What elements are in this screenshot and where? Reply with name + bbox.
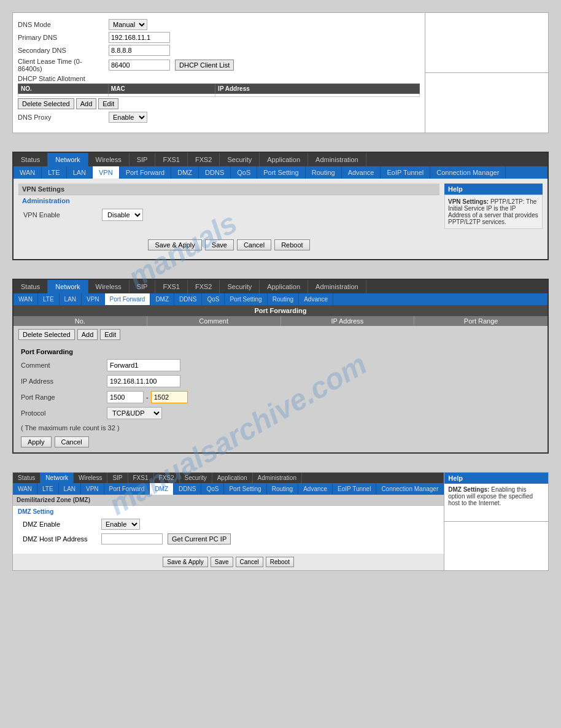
dmz-sub-advance[interactable]: Advance (298, 483, 333, 495)
dmz-tab-sip[interactable]: SIP (107, 473, 128, 483)
dmz-tab-security[interactable]: Security (180, 473, 212, 483)
dmz-sub-connmgr[interactable]: Connection Manager (376, 483, 444, 495)
dmz-host-input[interactable] (101, 533, 163, 544)
add-btn[interactable]: Add (76, 98, 97, 109)
sub-tab-portforward[interactable]: Port Forward (120, 166, 172, 179)
pf-sub-portforward[interactable]: Port Forward (105, 293, 151, 305)
pf-tab-fxs2[interactable]: FXS2 (188, 280, 220, 293)
dmz-sub-wan[interactable]: WAN (13, 483, 37, 495)
pf-tab-sip[interactable]: SIP (130, 280, 156, 293)
sub-tab-vpn[interactable]: VPN (93, 166, 120, 179)
pf-sub-portsetting[interactable]: Port Setting (225, 293, 267, 305)
sub-tab-ddns[interactable]: DDNS (199, 166, 231, 179)
delete-selected-btn[interactable]: Delete Selected (18, 98, 74, 109)
pf-sub-vpn[interactable]: VPN (82, 293, 105, 305)
pf-tab-wireless[interactable]: Wireless (88, 280, 130, 293)
sub-tab-eoip[interactable]: EoIP Tunnel (381, 166, 430, 179)
client-lease-input[interactable] (109, 60, 170, 71)
pf-protocol-select[interactable]: TCP&UDP TCP UDP (107, 407, 162, 419)
pf-delete-btn[interactable]: Delete Selected (18, 329, 75, 340)
vpn-enable-select[interactable]: Disable Enable (102, 209, 143, 221)
sub-tab-lte[interactable]: LTE (42, 166, 66, 179)
pf-sub-lte[interactable]: LTE (38, 293, 60, 305)
dmz-sub-eoip[interactable]: EoIP Tunnel (333, 483, 376, 495)
dmz-sub-portforward[interactable]: Port Forward (104, 483, 150, 495)
dmz-tab-administration[interactable]: Administration (253, 473, 302, 483)
dmz-tab-wireless[interactable]: Wireless (74, 473, 107, 483)
pf-apply-btn[interactable]: Apply (21, 436, 52, 447)
pf-tab-status[interactable]: Status (14, 280, 48, 293)
dmz-tab-fxs2[interactable]: FXS2 (154, 473, 180, 483)
dmz-help-heading: DMZ Settings: (448, 486, 489, 493)
dmz-cancel-btn[interactable]: Cancel (236, 557, 263, 567)
get-current-pc-btn[interactable]: Get Current PC IP (168, 533, 231, 544)
tab-security[interactable]: Security (220, 153, 260, 166)
dns-mode-select[interactable]: Manual (109, 19, 147, 30)
vpn-sub-tab-bar: WAN LTE LAN VPN Port Forward DMZ DDNS Qo… (14, 166, 547, 179)
dhcp-client-list-btn[interactable]: DHCP Client List (175, 60, 234, 71)
pf-port-start-input[interactable] (107, 391, 144, 403)
dmz-save-btn[interactable]: Save (211, 557, 233, 567)
pf-cancel-btn[interactable]: Cancel (55, 436, 89, 447)
dmz-tab-fxs1[interactable]: FXS1 (128, 473, 154, 483)
vpn-save-apply-btn[interactable]: Save & Apply (148, 239, 201, 250)
tab-administration[interactable]: Administration (308, 153, 366, 166)
dmz-tab-application[interactable]: Application (212, 473, 253, 483)
sub-tab-advance[interactable]: Advance (342, 166, 381, 179)
sub-tab-connmgr[interactable]: Connection Manager (430, 166, 506, 179)
pf-tab-security[interactable]: Security (220, 280, 260, 293)
tab-fxs2[interactable]: FXS2 (188, 153, 220, 166)
pf-form-title: Port Forwarding (21, 348, 73, 355)
pf-sub-ddns[interactable]: DDNS (174, 293, 202, 305)
pf-tab-network[interactable]: Network (48, 280, 88, 293)
pf-ip-row: IP Address (21, 375, 540, 387)
tab-sip[interactable]: SIP (130, 153, 156, 166)
pf-sub-qos[interactable]: QoS (202, 293, 225, 305)
tab-fxs1[interactable]: FXS1 (155, 153, 188, 166)
dmz-tab-status[interactable]: Status (13, 473, 41, 483)
sub-tab-routing[interactable]: Routing (306, 166, 342, 179)
dmz-sub-lte[interactable]: LTE (37, 483, 59, 495)
pf-add-btn[interactable]: Add (77, 329, 98, 340)
pf-tab-application[interactable]: Application (260, 280, 308, 293)
sub-tab-portsetting[interactable]: Port Setting (257, 166, 305, 179)
vpn-reboot-btn[interactable]: Reboot (274, 239, 309, 250)
secondary-dns-input[interactable] (109, 45, 170, 56)
dmz-sub-vpn[interactable]: VPN (81, 483, 104, 495)
pf-ip-input[interactable] (107, 375, 180, 387)
dmz-sub-dmz[interactable]: DMZ (150, 483, 174, 495)
dmz-tab-network[interactable]: Network (41, 473, 74, 483)
sub-tab-qos[interactable]: QoS (231, 166, 257, 179)
pf-tab-administration[interactable]: Administration (308, 280, 366, 293)
pf-sub-routing[interactable]: Routing (268, 293, 299, 305)
dmz-sub-ddns[interactable]: DDNS (174, 483, 201, 495)
pf-sub-advance[interactable]: Advance (299, 293, 333, 305)
dmz-sub-routing[interactable]: Routing (267, 483, 298, 495)
tab-application[interactable]: Application (260, 153, 308, 166)
dmz-sub-qos[interactable]: QoS (201, 483, 224, 495)
sub-tab-wan[interactable]: WAN (14, 166, 42, 179)
tab-status[interactable]: Status (14, 153, 48, 166)
pf-tab-fxs1[interactable]: FXS1 (155, 280, 188, 293)
sub-tab-dmz[interactable]: DMZ (171, 166, 199, 179)
edit-btn[interactable]: Edit (98, 98, 118, 109)
pf-port-end-input[interactable] (151, 391, 188, 403)
pf-sub-dmz[interactable]: DMZ (150, 293, 174, 305)
pf-edit-btn[interactable]: Edit (100, 329, 120, 340)
tab-wireless[interactable]: Wireless (88, 153, 130, 166)
dmz-enable-select[interactable]: Enable Disable (101, 519, 140, 530)
sub-tab-lan[interactable]: LAN (67, 166, 93, 179)
tab-network[interactable]: Network (48, 153, 88, 166)
dmz-sub-lan[interactable]: LAN (59, 483, 81, 495)
primary-dns-input[interactable] (109, 32, 170, 43)
vpn-cancel-btn[interactable]: Cancel (237, 239, 271, 250)
pf-sub-lan[interactable]: LAN (60, 293, 82, 305)
vpn-save-btn[interactable]: Save (205, 239, 234, 250)
dmz-sub-portsetting[interactable]: Port Setting (224, 483, 266, 495)
dns-proxy-select[interactable]: Enable Disable (109, 112, 147, 123)
col-mac: MAC (108, 84, 215, 94)
dmz-save-apply-btn[interactable]: Save & Apply (163, 557, 207, 567)
pf-sub-wan[interactable]: WAN (14, 293, 38, 305)
pf-comment-input[interactable] (107, 359, 180, 371)
dmz-reboot-btn[interactable]: Reboot (266, 557, 294, 567)
